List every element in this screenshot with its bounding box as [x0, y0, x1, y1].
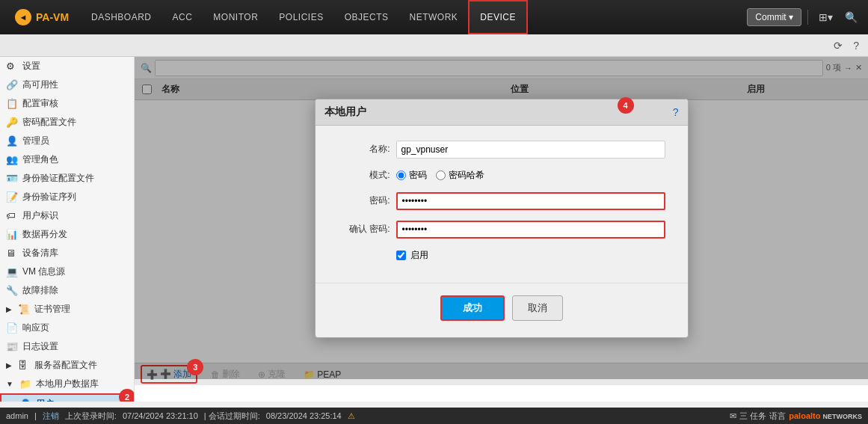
radio-group-mode: 密码 密码哈希 [396, 169, 484, 182]
cert-mgmt-icon: 📜 [18, 304, 30, 316]
nav-items: DASHBOARD ACC MONITOR POLICIES OBJECTS N… [81, 0, 747, 34]
user-id-icon: 🏷 [6, 210, 18, 222]
badge-2: 2 [119, 389, 135, 402]
sidebar-label-cert-mgmt: 证书管理 [34, 303, 70, 316]
nav-network[interactable]: NETWORK [399, 0, 469, 34]
radio-password-input[interactable] [396, 170, 406, 180]
form-row-mode: 模式: 密码 密码哈希 [338, 169, 665, 182]
app-logo: ◄ PA-VM [6, 9, 81, 25]
ok-button[interactable]: 成功 [440, 295, 505, 321]
sidebar-item-troubleshoot[interactable]: 🔧 故障排除 [0, 281, 134, 300]
sidebar-item-cert-mgmt[interactable]: ▶ 📜 证书管理 [0, 300, 134, 319]
radio-hash[interactable]: 密码哈希 [436, 169, 484, 182]
status-last-login-time: 07/24/2024 23:21:10 [123, 411, 198, 420]
sidebar-label-config-audit: 配置审核 [22, 97, 58, 110]
sidebar-label-users: 用户 [36, 398, 54, 402]
nav-monitor[interactable]: MONITOR [203, 0, 268, 34]
cancel-button[interactable]: 取消 [512, 295, 563, 321]
main-layout: ⚙ 设置 🔗 高可用性 📋 配置审核 🔑 密码配置文件 👤 管理员 👥 管理角色… [0, 57, 868, 402]
sidebar-item-settings[interactable]: ⚙ 设置 [0, 57, 134, 76]
ha-icon: 🔗 [6, 79, 18, 91]
admins-icon: 👤 [6, 135, 18, 147]
settings-icon: ⚙ [6, 61, 18, 73]
device-quarantine-icon: 🖥 [6, 248, 18, 259]
auth-profile-icon: 🪪 [6, 173, 18, 185]
sidebar-label-vm-info: VM 信息源 [22, 265, 65, 278]
auth-seq-icon: 📝 [6, 191, 18, 203]
tasks-label[interactable]: 三 任务 [739, 411, 766, 422]
sidebar-item-server-profile[interactable]: ▶ 🗄 服务器配置文件 [0, 356, 134, 375]
response-page-icon: 📄 [6, 322, 18, 334]
nav-device[interactable]: DEVICE [468, 0, 528, 34]
sidebar-label-server-profile: 服务器配置文件 [34, 359, 97, 372]
form-row-enable: 启用 [338, 249, 665, 262]
status-last-login: 上次登录时间: [65, 411, 117, 422]
sidebar-item-user-id[interactable]: 🏷 用户标识 [0, 206, 134, 225]
nav-acc[interactable]: ACC [162, 0, 203, 34]
sidebar-label-response-page: 响应页 [22, 322, 49, 334]
sidebar-label-auth-seq: 身份验证序列 [22, 191, 76, 203]
sidebar-label-device-quarantine: 设备清库 [22, 247, 58, 259]
warning-icon: ⚠ [348, 411, 355, 421]
sidebar-item-admin-roles[interactable]: 👥 管理角色 [0, 150, 134, 169]
sidebar-item-response-page[interactable]: 📄 响应页 [0, 319, 134, 337]
paloalto-brand: paloalto NETWORKS [789, 411, 862, 420]
enable-checkbox[interactable] [396, 251, 406, 260]
modal-title: 本地用户 [324, 105, 366, 119]
lang-label[interactable]: 语言 [769, 411, 786, 422]
sidebar-item-password-profile[interactable]: 🔑 密码配置文件 [0, 113, 134, 132]
local-userdb-icon: 📁 [19, 378, 31, 390]
sidebar-label-ha: 高可用性 [22, 79, 58, 91]
modal-local-user: 本地用户 4 ? 名称: 模式: [315, 99, 689, 338]
status-bar: admin | 注销 上次登录时间: 07/24/2024 23:21:10 |… [0, 408, 868, 424]
status-logout[interactable]: 注销 [43, 411, 59, 422]
page-icon[interactable]: ⊞▾ [814, 8, 837, 26]
sidebar-item-vm-info[interactable]: 💻 VM 信息源 [0, 262, 134, 281]
sidebar-item-device-quarantine[interactable]: 🖥 设备清库 [0, 244, 134, 262]
server-profile-icon: 🗄 [18, 360, 30, 372]
sidebar-item-local-userdb[interactable]: ▼ 📁 本地用户数据库 [0, 375, 134, 393]
confirm-password-input[interactable] [396, 221, 665, 239]
radio-hash-input[interactable] [436, 170, 446, 180]
modal-overlay: 本地用户 4 ? 名称: 模式: [135, 57, 868, 379]
confirm-label: 确认 密码: [338, 223, 390, 236]
sidebar-label-log-settings: 日志设置 [22, 340, 58, 353]
nav-policies[interactable]: POLICIES [268, 0, 333, 34]
sidebar-item-auth-seq[interactable]: 📝 身份验证序列 [0, 188, 134, 206]
help-icon[interactable]: ? [850, 38, 862, 53]
sidebar-label-password-profile: 密码配置文件 [22, 116, 76, 129]
sidebar-label-data-redist: 数据再分发 [22, 228, 67, 241]
radio-hash-label: 密码哈希 [449, 169, 484, 182]
nav-right: Commit ▾ ⊞▾ 🔍 [747, 8, 862, 26]
nav-objects[interactable]: OBJECTS [334, 0, 399, 34]
sidebar-item-config-audit[interactable]: 📋 配置审核 [0, 94, 134, 113]
sidebar-label-local-userdb: 本地用户数据库 [36, 378, 99, 390]
nav-dashboard[interactable]: DASHBOARD [81, 0, 162, 34]
search-icon[interactable]: 🔍 [840, 8, 862, 26]
sidebar-item-data-redist[interactable]: 📊 数据再分发 [0, 225, 134, 244]
sidebar-label-admins: 管理员 [22, 135, 49, 147]
password-input[interactable] [396, 192, 665, 210]
admin-roles-icon: 👥 [6, 154, 18, 166]
mode-label: 模式: [338, 169, 390, 182]
name-input[interactable] [396, 141, 665, 159]
modal-help-icon[interactable]: ? [673, 106, 679, 118]
sidebar-item-ha[interactable]: 🔗 高可用性 [0, 76, 134, 94]
mail-icon[interactable]: ✉ [730, 411, 736, 421]
refresh-icon[interactable]: ⟳ [831, 38, 846, 53]
sidebar-item-admins[interactable]: 👤 管理员 [0, 132, 134, 150]
expand-icon-localdb: ▼ [6, 380, 13, 388]
sidebar-label-settings: 设置 [22, 60, 40, 73]
commit-button[interactable]: Commit ▾ [747, 8, 801, 26]
name-label: 名称: [338, 143, 390, 156]
radio-password[interactable]: 密码 [396, 169, 427, 182]
badge-4: 4 [618, 97, 634, 114]
sidebar-item-log-settings[interactable]: 📰 日志设置 [0, 337, 134, 356]
troubleshoot-icon: 🔧 [6, 285, 18, 297]
users-icon: 👤 [19, 399, 31, 402]
enable-label: 启用 [410, 249, 428, 262]
modal-title-bar: 本地用户 4 ? [316, 99, 688, 126]
sidebar-item-users[interactable]: 👤 用户 2 [0, 393, 134, 402]
sidebar-label-admin-roles: 管理角色 [22, 153, 58, 166]
sidebar-item-auth-profile[interactable]: 🪪 身份验证配置文件 [0, 169, 134, 188]
